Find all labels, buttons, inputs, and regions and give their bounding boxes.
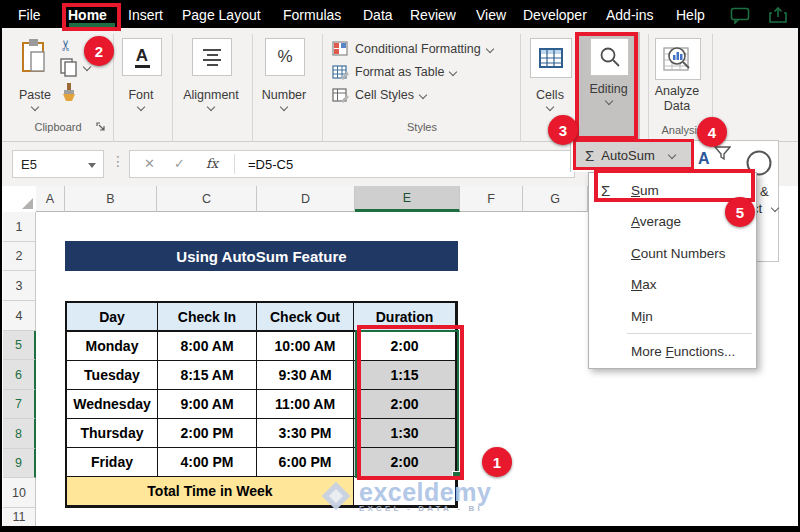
font-group-button-label: Font [118, 88, 164, 102]
analyze-data-button[interactable] [655, 38, 701, 80]
cell-checkout-thursday[interactable]: 3:30 PM [257, 419, 354, 448]
ribbon: Paste ✂ Clipboard A Font [2, 28, 798, 142]
exceldemy-logo-icon [322, 482, 352, 512]
row-header-3[interactable]: 3 [3, 271, 36, 301]
number-dropdown-chevron[interactable] [280, 103, 288, 111]
analyze-data-icon [663, 45, 693, 73]
cells-dropdown-chevron[interactable] [546, 103, 554, 111]
tab-developer[interactable]: Developer [523, 7, 587, 23]
tab-formulas[interactable]: Formulas [283, 7, 341, 23]
format-as-table-button[interactable]: Format as Table [332, 64, 456, 80]
paste-dropdown-chevron[interactable] [31, 103, 39, 111]
cell-checkout-wednesday[interactable]: 11:00 AM [257, 390, 354, 419]
insert-function-icon[interactable]: fx [206, 156, 218, 171]
enter-icon[interactable]: ✓ [174, 156, 185, 171]
alignment-dropdown-chevron[interactable] [207, 103, 215, 111]
cell-day-monday[interactable]: Monday [67, 332, 158, 361]
row-header-5-selected[interactable]: 5 [3, 331, 36, 360]
tab-review[interactable]: Review [410, 7, 456, 23]
row-header-1[interactable]: 1 [3, 212, 36, 242]
menu-item-more-functions[interactable]: More Functions... [589, 336, 756, 366]
tab-home[interactable]: Home [68, 7, 107, 23]
table-header-duration[interactable]: Duration [354, 303, 456, 332]
total-time-row[interactable]: Total Time in Week [67, 477, 354, 506]
tab-add-ins[interactable]: Add-ins [606, 7, 653, 23]
cell-checkout-monday[interactable]: 10:00 AM [257, 332, 354, 361]
step-badge-3: 3 [548, 115, 578, 145]
copy-dropdown-chevron[interactable] [83, 63, 91, 71]
editing-button[interactable]: Editing [577, 32, 640, 140]
clipboard-dialog-launcher[interactable] [95, 121, 106, 132]
menu-item-min[interactable]: Min [589, 301, 756, 331]
row-header-9-selected[interactable]: 9 [3, 449, 36, 478]
table-header-check-in[interactable]: Check In [158, 303, 257, 332]
formula-text[interactable]: =D5-C5 [248, 157, 293, 172]
col-header-c[interactable]: C [157, 186, 257, 212]
percent-icon: % [277, 47, 292, 67]
font-button[interactable]: A [122, 38, 162, 76]
autosum-button[interactable]: Σ AutoSum [576, 142, 692, 168]
tab-view[interactable]: View [476, 7, 506, 23]
tab-page-layout[interactable]: Page Layout [182, 7, 261, 23]
cancel-icon[interactable]: ✕ [144, 156, 155, 171]
name-box-dropdown-icon[interactable] [88, 163, 96, 168]
cell-checkin-wednesday[interactable]: 9:00 AM [158, 390, 257, 419]
styles-group-label: Styles [392, 121, 452, 133]
sort-filter-funnel-icon [714, 146, 731, 161]
cell-styles-button[interactable]: Cell Styles [332, 87, 426, 103]
row-header-6-selected[interactable]: 6 [3, 360, 36, 390]
paste-icon[interactable] [20, 38, 48, 76]
cell-styles-icon [332, 87, 349, 103]
cell-checkin-friday[interactable]: 4:00 PM [158, 448, 257, 477]
cells-table-icon [538, 46, 564, 70]
tab-file[interactable]: File [18, 7, 41, 23]
conditional-formatting-button[interactable]: Conditional Formatting [332, 41, 493, 57]
copy-icon[interactable] [60, 58, 78, 77]
fill-handle[interactable] [452, 471, 461, 480]
sigma-icon: Σ [585, 147, 594, 164]
name-box[interactable]: E5 [12, 150, 104, 178]
cells-button[interactable] [530, 38, 572, 78]
row-header-2[interactable]: 2 [3, 242, 36, 271]
row-header-7-selected[interactable]: 7 [3, 390, 36, 419]
sort-filter-button[interactable]: A [698, 146, 731, 168]
menu-item-max[interactable]: Max [589, 269, 756, 299]
cell-checkout-tuesday[interactable]: 9:30 AM [257, 361, 354, 390]
tab-data[interactable]: Data [363, 7, 393, 23]
cell-checkin-tuesday[interactable]: 8:15 AM [158, 361, 257, 390]
col-header-g[interactable]: G [523, 186, 588, 212]
formula-input-bar[interactable]: ✕ ✓ fx =D5-C5 [129, 150, 575, 178]
tab-insert[interactable]: Insert [128, 7, 163, 23]
alignment-button[interactable] [192, 38, 232, 76]
cell-day-tuesday[interactable]: Tuesday [67, 361, 158, 390]
tab-help[interactable]: Help [676, 7, 705, 23]
cell-day-wednesday[interactable]: Wednesday [67, 390, 158, 419]
row-header-4[interactable]: 4 [3, 301, 36, 331]
col-header-b[interactable]: B [65, 186, 157, 212]
cut-icon[interactable]: ✂ [57, 39, 75, 52]
col-header-e-selected[interactable]: E [355, 186, 460, 212]
menu-item-count-numbers[interactable]: Count Numbers [589, 238, 756, 268]
row-header-8-selected[interactable]: 8 [3, 419, 36, 449]
analyze-data-label-line1: Analyze [649, 84, 705, 98]
format-painter-icon[interactable] [58, 82, 78, 102]
font-dropdown-chevron[interactable] [137, 103, 145, 111]
number-button[interactable]: % [265, 38, 305, 76]
cell-checkin-monday[interactable]: 8:00 AM [158, 332, 257, 361]
col-header-a[interactable]: A [36, 186, 65, 212]
row-header-11[interactable]: 11 [3, 508, 36, 526]
cell-day-friday[interactable]: Friday [67, 448, 158, 477]
comment-icon[interactable] [730, 7, 750, 24]
paste-button[interactable]: Paste [12, 88, 58, 102]
select-all-corner[interactable] [22, 198, 33, 209]
share-icon[interactable] [768, 7, 790, 24]
col-header-f[interactable]: F [460, 186, 523, 212]
cell-day-thursday[interactable]: Thursday [67, 419, 158, 448]
menu-bar: File Home Insert Page Layout Formulas Da… [2, 2, 798, 28]
col-header-d[interactable]: D [257, 186, 355, 212]
row-header-10[interactable]: 10 [3, 478, 36, 508]
table-header-check-out[interactable]: Check Out [257, 303, 354, 332]
cell-checkin-thursday[interactable]: 2:00 PM [158, 419, 257, 448]
cell-checkout-friday[interactable]: 6:00 PM [257, 448, 354, 477]
table-header-day[interactable]: Day [67, 303, 158, 332]
